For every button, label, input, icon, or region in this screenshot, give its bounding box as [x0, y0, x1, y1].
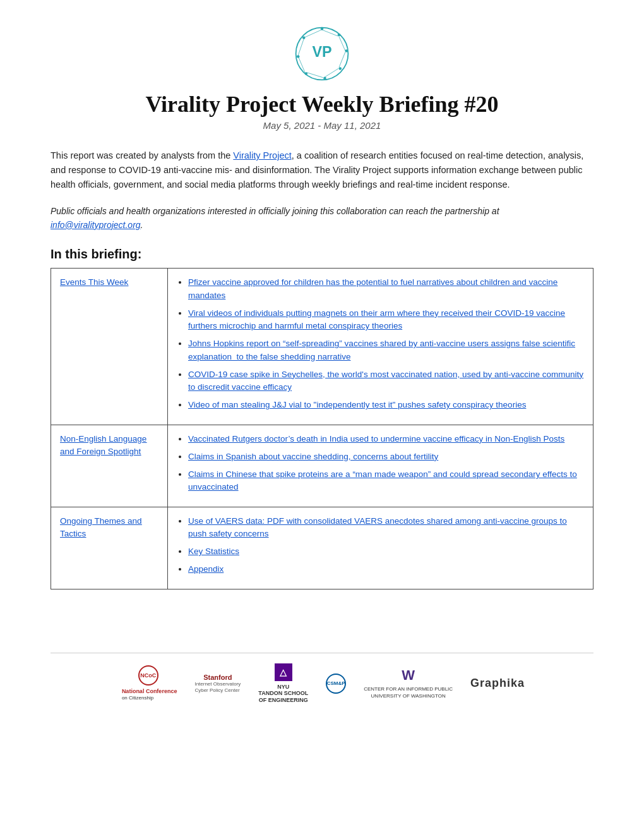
nyu-label: NYUTANDON SCHOOLOF ENGINEERING	[258, 684, 308, 704]
intro-paragraph: This report was created by analysts from…	[51, 148, 593, 193]
list-item: Vaccinated Rutgers doctor’s death in Ind…	[188, 433, 584, 445]
appendix-link[interactable]: Appendix	[188, 564, 224, 574]
virality-project-link[interactable]: Virality Project	[233, 150, 291, 160]
footer-csmp: CSM&P	[326, 674, 346, 694]
svg-line-11	[339, 37, 345, 51]
list-item: Use of VAERS data: PDF with consolidated…	[188, 515, 584, 541]
page-title: Virality Project Weekly Briefing #20	[51, 91, 593, 118]
graphika-label: Graphika	[470, 677, 525, 690]
uw-label: CENTER FOR AN INFORMED PUBLICUNIVERSITY …	[364, 686, 453, 699]
logo-area: VP	[51, 25, 593, 85]
csmp-emblem: CSM&P	[326, 674, 346, 694]
svg-line-12	[339, 52, 345, 67]
event-item-link[interactable]: COVID-19 case spike in Seychelles, the w…	[188, 370, 583, 392]
svg-point-2	[321, 27, 324, 30]
stanford-name: Stanford	[203, 674, 232, 681]
event-item-link[interactable]: Video of man stealing J&J vial to "indep…	[188, 400, 526, 409]
nonenglish-item-link[interactable]: Vaccinated Rutgers doctor’s death in Ind…	[188, 434, 564, 444]
svg-text:VP: VP	[312, 44, 331, 60]
intro-pre-link: This report was created by analysts from…	[51, 150, 233, 160]
table-row: Events This Week Pfizer vaccine approved…	[51, 269, 593, 425]
svg-point-6	[323, 76, 326, 80]
list-item: Video of man stealing J&J vial to "indep…	[188, 399, 584, 411]
svg-point-4	[345, 49, 348, 52]
category-cell-events: Events This Week	[51, 269, 168, 425]
nonenglish-item-link[interactable]: Claims in Spanish about vaccine shedding…	[188, 452, 438, 461]
list-item: Claims in Chinese that spike proteins ar…	[188, 468, 584, 494]
footer-stanford: Stanford Internet ObservatoryCyber Polic…	[194, 674, 241, 693]
ncoc-emblem: NCoC	[138, 665, 158, 686]
key-statistics-link[interactable]: Key Statistics	[188, 547, 239, 556]
list-item: Johns Hopkins report on “self-spreading”…	[188, 337, 584, 363]
nonenglish-item-link[interactable]: Claims in Chinese that spike proteins ar…	[188, 469, 577, 492]
footer-uw: W CENTER FOR AN INFORMED PUBLICUNIVERSIT…	[364, 667, 453, 699]
svg-point-9	[302, 37, 306, 40]
footer-nyu: △ NYUTANDON SCHOOLOF ENGINEERING	[258, 663, 308, 704]
list-item: Pfizer vaccine approved for children has…	[188, 276, 584, 302]
items-cell-ongoing: Use of VAERS data: PDF with consolidated…	[168, 507, 593, 589]
category-cell-nonenglish: Non-English Language and Foreign Spotlig…	[51, 425, 168, 507]
briefing-table: Events This Week Pfizer vaccine approved…	[51, 268, 593, 589]
category-cell-ongoing: Ongoing Themes and Tactics	[51, 507, 168, 589]
nonenglish-link[interactable]: Non-English Language and Foreign Spotlig…	[60, 434, 146, 456]
list-item: Claims in Spanish about vaccine shedding…	[188, 450, 584, 463]
footer-graphika: Graphika	[470, 677, 525, 690]
svg-point-5	[339, 67, 342, 70]
table-row: Ongoing Themes and Tactics Use of VAERS …	[51, 507, 593, 589]
nyu-square: △	[275, 663, 292, 681]
page-subtitle: May 5, 2021 - May 11, 2021	[51, 120, 593, 131]
svg-point-3	[338, 33, 341, 37]
items-cell-nonenglish: Vaccinated Rutgers doctor’s death in Ind…	[168, 425, 593, 507]
italic-note-post: .	[141, 220, 143, 230]
list-item: Appendix	[188, 563, 584, 576]
list-item: Key Statistics	[188, 545, 584, 558]
items-cell-events: Pfizer vaccine approved for children has…	[168, 269, 593, 425]
virality-project-logo: VP	[294, 25, 350, 82]
list-item: Viral videos of individuals putting magn…	[188, 307, 584, 333]
svg-point-8	[297, 55, 300, 58]
footer: NCoC National Conference on Citizenship …	[51, 653, 593, 704]
email-link[interactable]: info@viralityproject.org	[51, 220, 141, 230]
events-this-week-link[interactable]: Events This Week	[60, 277, 128, 287]
briefing-section-heading: In this briefing:	[51, 247, 593, 262]
ncoc-label: National Conference on Citizenship	[122, 688, 177, 702]
event-item-link[interactable]: Johns Hopkins report on “self-spreading”…	[188, 339, 575, 361]
italic-note: Public officials and health organization…	[51, 204, 593, 233]
italic-note-pre: Public officials and health organization…	[51, 206, 499, 216]
ongoing-item-link[interactable]: Use of VAERS data: PDF with consolidated…	[188, 516, 567, 538]
table-row: Non-English Language and Foreign Spotlig…	[51, 425, 593, 507]
event-item-link[interactable]: Viral videos of individuals putting magn…	[188, 308, 565, 330]
footer-ncoc: NCoC National Conference on Citizenship	[119, 665, 177, 702]
uw-symbol: W	[402, 667, 415, 684]
svg-line-17	[305, 30, 321, 37]
ongoing-link[interactable]: Ongoing Themes and Tactics	[60, 516, 142, 538]
list-item: COVID-19 case spike in Seychelles, the w…	[188, 368, 584, 394]
event-item-link[interactable]: Pfizer vaccine approved for children has…	[188, 277, 558, 299]
stanford-detail: Internet ObservatoryCyber Policy Center	[194, 681, 241, 693]
